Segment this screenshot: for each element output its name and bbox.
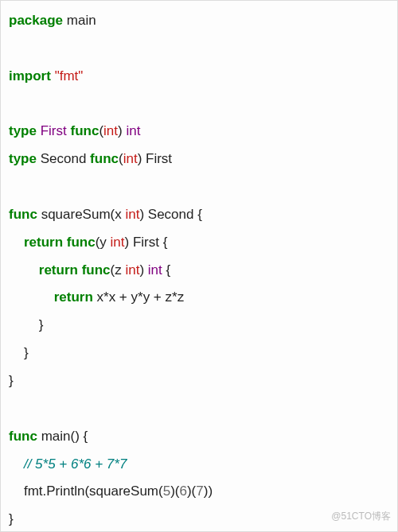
watermark: @51CTO博客 xyxy=(331,507,391,526)
type-int: int xyxy=(103,123,118,138)
keyword-func: func xyxy=(70,123,99,138)
line-1: package main xyxy=(9,13,96,28)
line-11: return x*x + y*y + z*z xyxy=(9,289,184,305)
return-type-int: int xyxy=(126,123,140,138)
package-name: main xyxy=(67,13,96,28)
keyword-func: func xyxy=(82,262,111,278)
func-main: main() { xyxy=(41,429,88,444)
line-19: } xyxy=(9,511,14,526)
call-left: fmt.Println(squareSum( xyxy=(24,483,163,499)
keyword-func: func xyxy=(9,429,37,444)
line-6: type Second func(int) First xyxy=(9,151,172,166)
keyword-type: type xyxy=(9,123,37,138)
num-6: 6 xyxy=(179,483,186,499)
keyword-return: return xyxy=(24,235,63,250)
keyword-func: func xyxy=(9,207,37,222)
comment: // 5*5 + 6*6 + 7*7 xyxy=(24,456,127,472)
line-17: // 5*5 + 6*6 + 7*7 xyxy=(9,456,127,472)
num-5: 5 xyxy=(163,483,170,499)
type-int: int xyxy=(125,262,139,278)
keyword-package: package xyxy=(9,13,63,28)
call-right: )) xyxy=(204,483,213,499)
keyword-import: import xyxy=(9,68,51,83)
keyword-type: type xyxy=(9,151,37,166)
type-int: int xyxy=(111,235,125,250)
type-int: int xyxy=(125,207,139,222)
keyword-func: func xyxy=(90,151,119,166)
expression: x*x + y*y + z*z xyxy=(93,289,184,305)
line-3: import "fmt" xyxy=(9,68,83,83)
go-source-code: package main import "fmt" type First fun… xyxy=(9,7,389,532)
line-8: func squareSum(x int) Second { xyxy=(9,207,202,222)
return-type-int: int xyxy=(148,262,162,278)
line-12: } xyxy=(9,317,43,332)
line-13: } xyxy=(9,345,29,360)
num-7: 7 xyxy=(196,483,203,499)
line-10: return func(z int) int { xyxy=(9,262,170,278)
line-16: func main() { xyxy=(9,429,88,444)
sig-rest: ) Second { xyxy=(139,207,201,222)
line-18: fmt.Println(squareSum(5)(6)(7)) xyxy=(9,483,213,499)
import-path: "fmt" xyxy=(55,68,84,83)
func-name: squareSum(x xyxy=(41,207,122,222)
line-14: } xyxy=(9,373,14,388)
type-name-second: Second xyxy=(41,151,87,166)
type-name-first: First xyxy=(41,123,67,138)
type-int: int xyxy=(123,151,138,166)
keyword-return: return xyxy=(39,262,78,278)
line-5: type First func(int) int xyxy=(9,123,140,138)
return-type-first: First xyxy=(146,151,172,166)
keyword-func: func xyxy=(67,235,96,250)
keyword-return: return xyxy=(54,289,93,305)
line-9: return func(y int) First { xyxy=(9,235,167,250)
